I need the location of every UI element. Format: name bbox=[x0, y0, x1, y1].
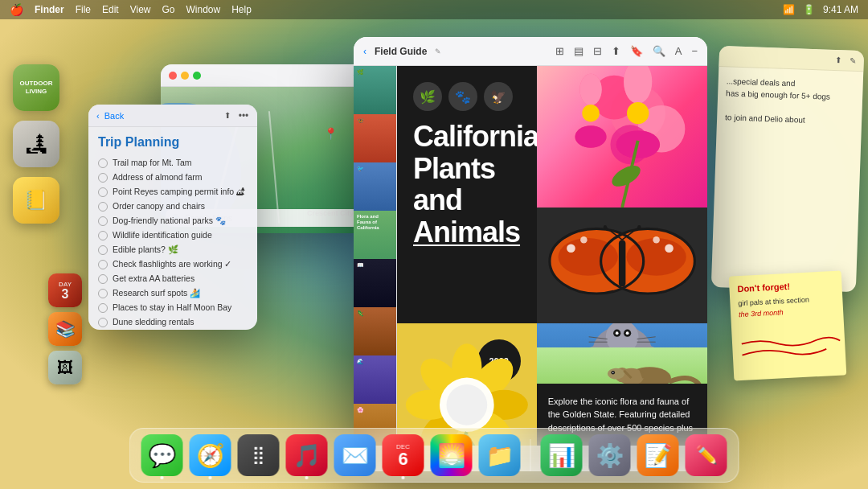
close-button[interactable] bbox=[169, 72, 177, 80]
reminder-text-11: Dune sledding rentals bbox=[113, 317, 194, 327]
outdoor-label: OUTDOORLIVING bbox=[20, 80, 53, 95]
dock-vectornator-icon[interactable]: ✏️ bbox=[686, 434, 727, 476]
svg-point-23 bbox=[653, 236, 659, 243]
books-grid-icon[interactable]: ⊞ bbox=[555, 45, 564, 57]
back-label[interactable]: Back bbox=[104, 111, 124, 121]
reminder-text-4: Dog-friendly national parks 🐾 bbox=[113, 216, 226, 226]
books-layout-icon[interactable]: ▤ bbox=[574, 45, 583, 57]
app-name[interactable]: Finder bbox=[35, 4, 64, 15]
butterfly-svg bbox=[537, 208, 707, 323]
reminder-text-9: Research surf spots 🏄 bbox=[113, 288, 200, 298]
book-thumb-1[interactable]: 🌿 bbox=[354, 66, 397, 114]
books-columns-icon[interactable]: ⊟ bbox=[593, 45, 602, 57]
books-minus-icon[interactable]: − bbox=[691, 45, 698, 57]
dock-launchpad-icon[interactable]: ⣿ bbox=[238, 434, 280, 476]
dock-calendar-icon[interactable]: DEC 6 bbox=[383, 434, 424, 476]
book-thumb-4[interactable]: Flora andFauna ofCalifornia bbox=[354, 211, 397, 259]
book-thumb-7[interactable]: 🌊 bbox=[354, 355, 397, 404]
reminder-text-1: Address of almond farm bbox=[113, 172, 202, 182]
sticky-note: Don't forget! girl pals at this section … bbox=[729, 270, 847, 380]
book-top-content: 🌿 🐾 🦅 California Plants and Animals bbox=[413, 82, 521, 248]
dock-mail-icon[interactable]: ✉️ bbox=[334, 434, 376, 476]
svg-point-15 bbox=[582, 105, 600, 122]
sidebar-apps: OUTDOORLIVING 🏞 📒 bbox=[13, 64, 59, 224]
notes-window: ⬆ ✎ ...special deals and has a big enoug… bbox=[711, 46, 864, 292]
svg-point-52 bbox=[625, 331, 628, 335]
reminder-circle-8[interactable] bbox=[98, 274, 108, 284]
apple-menu[interactable]: 🍎 bbox=[10, 3, 23, 16]
maps-titlebar: ••• bbox=[161, 64, 370, 87]
svg-point-41 bbox=[447, 384, 488, 425]
books-main-page: 🌿 🐾 🦅 California Plants and Animals bbox=[397, 66, 707, 446]
sidebar-app-outdoor[interactable]: OUTDOORLIVING bbox=[13, 64, 59, 111]
reminder-text-5: Wildlife identification guide bbox=[113, 230, 212, 240]
book-thumb-2[interactable]: 🦋 bbox=[354, 114, 397, 162]
small-icon-day3[interactable]: DAY 3 bbox=[48, 273, 82, 307]
menu-edit[interactable]: Edit bbox=[102, 4, 119, 15]
reminder-item-6: Edible plants? 🌿 bbox=[98, 244, 248, 255]
reminder-text-0: Trail map for Mt. Tam bbox=[113, 158, 192, 167]
reminders-title: Trip Planning bbox=[98, 135, 248, 150]
books-share-icon[interactable]: ⬆ bbox=[612, 45, 620, 57]
book-thumb-6[interactable]: 🦎 bbox=[354, 307, 397, 355]
menu-go[interactable]: Go bbox=[162, 4, 175, 15]
books-text-icon[interactable]: A bbox=[675, 45, 682, 57]
sticky-scribble-svg bbox=[732, 330, 846, 373]
share-button[interactable]: ⬆ bbox=[222, 110, 233, 121]
dock-pages-icon[interactable]: 📝 bbox=[637, 434, 679, 476]
reminder-text-2: Point Reyes camping permit info 🏕 bbox=[113, 187, 245, 196]
reminder-circle-6[interactable] bbox=[98, 245, 108, 255]
books-tb-left: ‹ Field Guide ✎ bbox=[363, 46, 441, 57]
menu-help[interactable]: Help bbox=[231, 4, 252, 15]
dock-finder-icon[interactable]: 📁 bbox=[479, 434, 521, 476]
dock-music-icon[interactable]: 🎵 bbox=[286, 434, 328, 476]
sidebar-app-notes2[interactable]: 📒 bbox=[13, 177, 59, 224]
reminder-item-4: Dog-friendly national parks 🐾 bbox=[98, 216, 248, 226]
reminder-circle-3[interactable] bbox=[98, 202, 108, 212]
menu-view[interactable]: View bbox=[130, 4, 151, 15]
butterfly-area bbox=[537, 208, 707, 323]
reminder-circle-9[interactable] bbox=[98, 289, 108, 298]
sticky-note-body: girl pals at this section the 3rd month bbox=[738, 294, 835, 320]
menu-window[interactable]: Window bbox=[186, 4, 221, 15]
reminder-circle-11[interactable] bbox=[98, 318, 108, 327]
sidebar-app-photo[interactable]: 🏞 bbox=[13, 121, 59, 167]
reminder-circle-2[interactable] bbox=[98, 187, 108, 197]
reminder-circle-5[interactable] bbox=[98, 231, 108, 240]
minimize-button[interactable] bbox=[181, 72, 189, 80]
wifi-icon[interactable]: 📶 bbox=[783, 4, 795, 15]
notes-body: ...special deals and has a big enough fo… bbox=[717, 67, 864, 136]
small-icon-photos[interactable]: 🖼 bbox=[48, 351, 82, 384]
books-search-icon[interactable]: 🔍 bbox=[653, 45, 665, 57]
book-thumb-3[interactable]: 🐦 bbox=[354, 162, 397, 211]
menu-bar-left: 🍎 Finder File Edit View Go Window Help bbox=[10, 3, 252, 16]
book-title-line1: California bbox=[413, 121, 521, 153]
notes-share-icon[interactable]: ⬆ bbox=[833, 55, 843, 64]
more-button[interactable]: ••• bbox=[238, 110, 249, 121]
reminder-circle-0[interactable] bbox=[98, 158, 108, 168]
maximize-button[interactable] bbox=[193, 72, 201, 80]
dock-numbers-icon[interactable]: 📊 bbox=[541, 434, 583, 476]
small-icon-books[interactable]: 📚 bbox=[48, 312, 82, 346]
books-back-button[interactable]: ‹ bbox=[363, 46, 366, 57]
books-edit-badge: ✎ bbox=[435, 47, 441, 55]
dock-safari-icon[interactable]: 🧭 bbox=[190, 434, 231, 476]
battery-icon[interactable]: 🔋 bbox=[803, 4, 815, 15]
reminder-circle-10[interactable] bbox=[98, 303, 108, 313]
reminders-nav[interactable]: ‹ Back bbox=[96, 111, 124, 121]
reminder-circle-1[interactable] bbox=[98, 173, 108, 183]
reminder-text-7: Check flashlights are working ✓ bbox=[113, 259, 231, 269]
reminder-circle-4[interactable] bbox=[98, 216, 108, 226]
notes-pencil-icon[interactable]: ✎ bbox=[848, 55, 858, 65]
book-thumb-label-2: 🦋 bbox=[354, 114, 397, 127]
books-bookmark-icon[interactable]: 🔖 bbox=[630, 45, 643, 57]
dock-system-prefs-icon[interactable]: ⚙️ bbox=[589, 434, 631, 476]
book-thumb-label-1: 🌿 bbox=[354, 66, 397, 79]
book-thumb-5[interactable]: 📖 bbox=[354, 259, 397, 307]
reminder-circle-7[interactable] bbox=[98, 260, 108, 269]
dock-photos-icon[interactable]: 🌅 bbox=[431, 434, 473, 476]
reminder-item-7: Check flashlights are working ✓ bbox=[98, 259, 248, 269]
menu-file[interactable]: File bbox=[76, 4, 91, 15]
dock-messages-icon[interactable]: 💬 bbox=[141, 434, 183, 476]
book-title-line2: Plants and bbox=[413, 153, 521, 216]
